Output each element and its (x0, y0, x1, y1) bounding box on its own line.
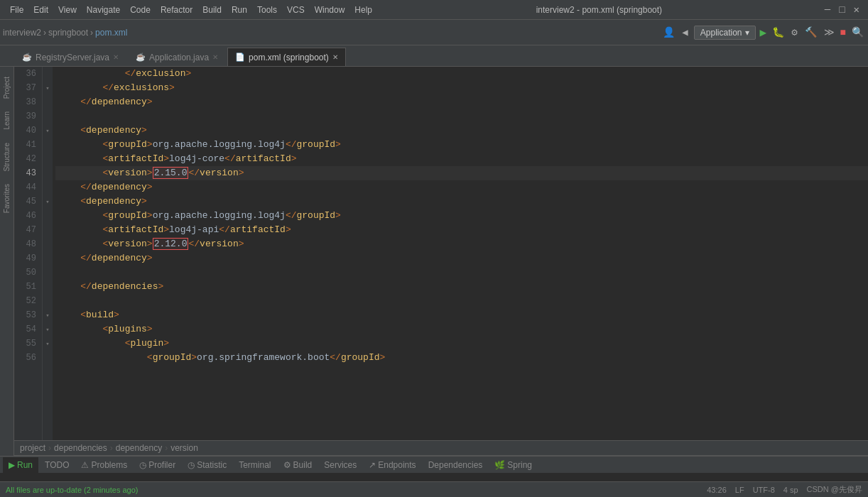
problems-tab[interactable]: ⚠Problems (75, 459, 133, 471)
code-line-41[interactable]: <groupId>org.apache.logging.log4j</group… (55, 138, 868, 152)
code-line-44[interactable]: </dependency> (55, 180, 868, 195)
close-tab-registry[interactable]: ✕ (113, 53, 119, 61)
breadcrumb-part-3[interactable]: pom.xml (95, 28, 127, 38)
fold-arrow-40[interactable]: ▾ (45, 127, 49, 135)
breadcrumb-part-2[interactable]: springboot (48, 28, 88, 38)
status-right: 43:26 LF UTF-8 4 sp CSDN @先俊昇 (707, 484, 862, 495)
fold-arrow-37[interactable]: ▾ (45, 84, 49, 92)
build-tab[interactable]: ⚙Build (278, 459, 318, 471)
charset-indicator[interactable]: UTF-8 (753, 486, 775, 494)
menu-item-navigate[interactable]: Navigate (82, 4, 124, 16)
nav-project[interactable]: project (20, 443, 45, 453)
dependencies-tab[interactable]: Dependencies (423, 459, 489, 471)
line-col-indicator[interactable]: 43:26 (707, 486, 727, 494)
code-line-56[interactable]: <groupId>org.springframework.boot</group… (55, 351, 868, 365)
window-title: interview2 - pom.xml (springboot) (536, 5, 662, 15)
run-config-dropdown[interactable]: Application ▾ (694, 26, 756, 40)
fold-arrow-55[interactable]: ▾ (45, 340, 49, 348)
tool-window-tabs: ▶ Run TODO ⚠Problems ◷Profiler ◷Statisti… (0, 456, 868, 473)
maximize-button[interactable]: □ (836, 4, 847, 16)
nav-version[interactable]: version (170, 443, 198, 453)
gutter-cell-56 (43, 351, 53, 365)
line-ending-indicator[interactable]: LF (735, 486, 744, 494)
todo-tab[interactable]: TODO (39, 459, 75, 471)
menu-item-help[interactable]: Help (350, 4, 376, 16)
code-line-51[interactable]: </dependencies> (55, 280, 868, 294)
nav-dependencies[interactable]: dependencies (54, 443, 107, 453)
terminal-tab[interactable]: Terminal (233, 459, 276, 471)
statistic-tab[interactable]: ◷Statistic (182, 459, 232, 471)
code-line-39[interactable] (55, 109, 868, 124)
run-tab[interactable]: ▶ Run (3, 457, 38, 473)
code-line-36[interactable]: </exclusion> (55, 67, 868, 81)
code-line-49[interactable]: </dependency> (55, 251, 868, 266)
tab-application[interactable]: ☕ Application.java ✕ (128, 48, 226, 66)
sidebar-structure[interactable]: Structure (1, 137, 12, 178)
fold-arrow-54[interactable]: ▾ (45, 326, 49, 334)
gutter-cell-43 (43, 166, 53, 180)
profiler-tab[interactable]: ◷Profiler (134, 459, 181, 471)
endpoints-tab[interactable]: ↗Endpoints (363, 459, 421, 471)
menu-item-code[interactable]: Code (126, 4, 155, 16)
indent-indicator[interactable]: 4 sp (783, 486, 798, 494)
sidebar-learn[interactable]: Learn (1, 106, 12, 136)
nav-dependency[interactable]: dependency (116, 443, 162, 453)
code-line-43[interactable]: <version>2.15.0</version> (55, 166, 868, 180)
breadcrumb-part-1[interactable]: interview2 (3, 28, 41, 38)
status-bar: All files are up-to-date (2 minutes ago)… (0, 481, 868, 497)
line-number-53: 53 (20, 308, 36, 322)
sidebar-favorites[interactable]: Favorites (1, 178, 12, 219)
structure-breadcrumb: project › dependencies › dependency › ve… (14, 440, 868, 456)
code-lines[interactable]: </exclusion> </exclusions> </dependency>… (53, 67, 868, 440)
profile-icon[interactable]: 👤 (661, 25, 676, 40)
code-line-47[interactable]: <artifactId>log4j-api</artifactId> (55, 223, 868, 237)
menu-item-run[interactable]: Run (227, 4, 251, 16)
menu-item-file[interactable]: File (6, 4, 28, 16)
code-line-50[interactable] (55, 266, 868, 280)
code-line-53[interactable]: <build> (55, 308, 868, 322)
menu-item-edit[interactable]: Edit (29, 4, 53, 16)
spring-icon: 🌿 (494, 460, 505, 470)
more-run-options[interactable]: ≫ (823, 25, 836, 40)
services-tab[interactable]: Services (318, 459, 362, 471)
code-line-55[interactable]: <plugin> (55, 337, 868, 351)
code-line-37[interactable]: </exclusions> (55, 81, 868, 95)
stop-button[interactable]: ■ (840, 27, 846, 38)
code-line-52[interactable] (55, 294, 868, 308)
code-line-40[interactable]: <dependency> (55, 124, 868, 138)
minimize-button[interactable]: ─ (822, 4, 833, 16)
code-line-42[interactable]: <artifactId>log4j-core</artifactId> (55, 152, 868, 166)
menu-item-refactor[interactable]: Refactor (156, 4, 197, 16)
fold-arrow-45[interactable]: ▾ (45, 198, 49, 206)
menu-item-vcs[interactable]: VCS (283, 4, 309, 16)
endpoints-icon: ↗ (369, 460, 376, 470)
menu-item-window[interactable]: Window (310, 4, 349, 16)
code-line-46[interactable]: <groupId>org.apache.logging.log4j</group… (55, 209, 868, 223)
gutter-cell-45: ▾ (43, 195, 53, 209)
close-tab-application[interactable]: ✕ (212, 53, 218, 61)
code-line-38[interactable]: </dependency> (55, 95, 868, 109)
build-button[interactable]: 🔨 (803, 25, 818, 40)
fold-arrow-53[interactable]: ▾ (45, 312, 49, 320)
sidebar-project[interactable]: Project (1, 71, 12, 104)
tab-registry[interactable]: ☕ RegistryServer.java ✕ (14, 48, 126, 66)
code-line-45[interactable]: <dependency> (55, 195, 868, 209)
tab-pom[interactable]: 📄 pom.xml (springboot) ✕ (227, 48, 346, 66)
menu-item-build[interactable]: Build (198, 4, 226, 16)
search-everywhere[interactable]: 🔍 (850, 25, 865, 40)
close-button[interactable]: ✕ (851, 4, 862, 16)
coverage-button[interactable]: ⚙ (790, 25, 798, 40)
project-breadcrumb: interview2 › springboot › pom.xml (3, 28, 658, 38)
title-bar-left: FileEditViewNavigateCodeRefactorBuildRun… (6, 4, 376, 16)
debug-button[interactable]: 🐛 (771, 25, 786, 40)
spring-tab[interactable]: 🌿Spring (489, 459, 538, 471)
run-button[interactable]: ▶ (760, 26, 767, 40)
line-number-52: 52 (20, 294, 36, 308)
menu-item-tools[interactable]: Tools (253, 4, 281, 16)
window-controls: ─ □ ✕ (822, 4, 862, 16)
back-icon[interactable]: ◀ (680, 25, 689, 40)
code-line-48[interactable]: <version>2.12.0</version> (55, 237, 868, 251)
code-line-54[interactable]: <plugins> (55, 322, 868, 337)
close-tab-pom[interactable]: ✕ (332, 53, 338, 61)
menu-item-view[interactable]: View (54, 4, 81, 16)
